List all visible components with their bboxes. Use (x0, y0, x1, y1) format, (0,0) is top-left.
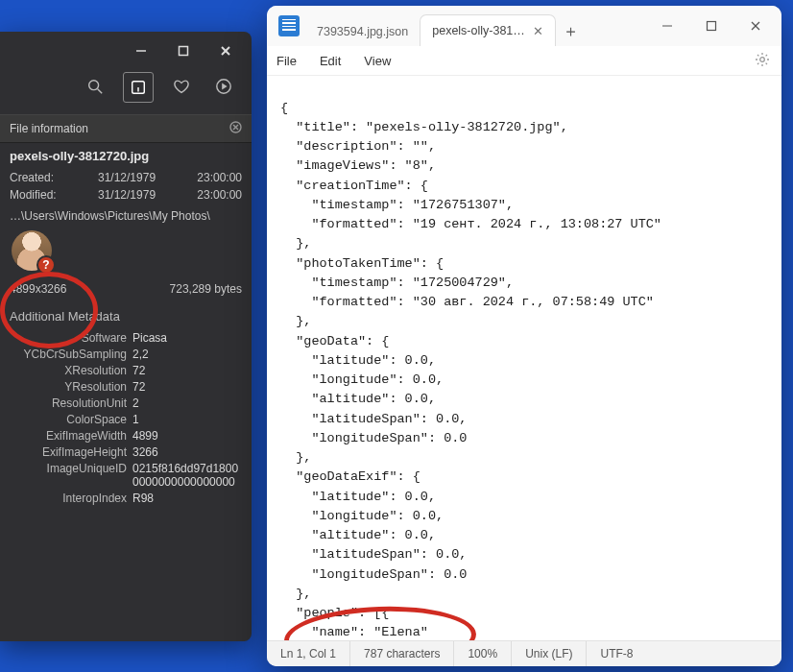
gear-icon[interactable] (755, 52, 770, 70)
metadata-value: Picasa (132, 331, 167, 345)
metadata-row: YCbCrSubSampling2,2 (0, 346, 252, 362)
metadata-row: ExifImageHeight3266 (0, 444, 252, 460)
editor-minimize-button[interactable] (645, 6, 689, 46)
notepad-icon (278, 15, 300, 36)
play-icon[interactable] (209, 72, 238, 101)
created-label: Created: (10, 171, 77, 184)
metadata-value: 4899 (132, 429, 158, 443)
viewer-titlebar (0, 32, 252, 70)
editor-titlebar[interactable]: 7393594.jpg.json pexels-olly-381… ✕ ＋ (267, 6, 781, 46)
editor-maximize-button[interactable] (689, 6, 733, 46)
metadata-row: ResolutionUnit2 (0, 395, 252, 411)
menu-edit[interactable]: Edit (320, 54, 341, 68)
status-encoding: UTF-8 (587, 641, 646, 666)
file-info-title: File information (10, 122, 88, 135)
svg-rect-1 (180, 47, 188, 56)
metadata-row: ExifImageWidth4899 (0, 427, 252, 444)
minimize-button[interactable] (123, 37, 159, 64)
tab-inactive[interactable]: 7393594.jpg.json (305, 16, 420, 47)
created-row: Created: 31/12/1979 23:00:00 (0, 169, 252, 186)
detected-face-thumbnail[interactable]: ? (12, 230, 52, 271)
editor-tabs: 7393594.jpg.json pexels-olly-381… ✕ ＋ (305, 6, 587, 46)
metadata-value: 1 (132, 413, 139, 426)
metadata-key: YCbCrSubSampling (10, 348, 132, 361)
status-position: Ln 1, Col 1 (267, 641, 350, 666)
created-date: 31/12/1979 (77, 171, 184, 184)
menu-view[interactable]: View (364, 54, 391, 68)
metadata-key: Software (10, 331, 132, 345)
tab-close-icon[interactable]: ✕ (533, 24, 543, 38)
metadata-value: 3266 (132, 445, 158, 459)
modified-time: 23:00:00 (184, 188, 242, 202)
file-size: 723,289 bytes (170, 282, 242, 296)
metadata-row: SoftwarePicasa (0, 329, 252, 346)
metadata-value: 72 (132, 380, 145, 394)
metadata-value: R98 (132, 492, 154, 505)
editor-menubar: File Edit View (267, 46, 781, 76)
maximize-button[interactable] (165, 37, 202, 64)
metadata-value: 0215f816dd97d18000000000000000000 (132, 462, 242, 489)
status-eol: Unix (LF) (512, 641, 587, 666)
metadata-row: ImageUniqueID0215f816dd97d18000000000000… (0, 460, 252, 490)
metadata-row: ColorSpace1 (0, 411, 252, 427)
metadata-value: 2,2 (132, 348, 149, 361)
metadata-value: 72 (132, 364, 145, 377)
modified-label: Modified: (10, 188, 77, 202)
tab-active-label: pexels-olly-381… (432, 24, 525, 37)
file-name: pexels-olly-3812720.jpg (0, 143, 252, 169)
additional-metadata-title: Additional Metadata (0, 301, 252, 329)
info-icon[interactable] (123, 72, 154, 103)
tab-inactive-label: 7393594.jpg.json (317, 25, 408, 38)
metadata-key: ColorSpace (10, 413, 132, 426)
text-editor-window: 7393594.jpg.json pexels-olly-381… ✕ ＋ Fi… (267, 6, 781, 666)
face-unknown-badge: ? (36, 255, 56, 275)
modified-row: Modified: 31/12/1979 23:00:00 (0, 186, 252, 204)
metadata-key: InteropIndex (10, 492, 132, 505)
image-dimensions: 4899x3266 (10, 282, 66, 296)
svg-marker-10 (222, 83, 227, 89)
metadata-key: ExifImageHeight (10, 445, 132, 459)
new-tab-button[interactable]: ＋ (556, 20, 587, 46)
heart-icon[interactable] (167, 72, 196, 101)
created-time: 23:00:00 (184, 171, 242, 184)
metadata-row: InteropIndexR98 (0, 490, 252, 506)
svg-point-4 (89, 81, 99, 90)
metadata-row: XResolution72 (0, 362, 252, 378)
image-size-row: 4899x3266 723,289 bytes (0, 276, 252, 301)
menu-file[interactable]: File (276, 54, 297, 68)
metadata-key: ResolutionUnit (10, 396, 132, 410)
metadata-value: 2 (132, 396, 139, 410)
metadata-key: XResolution (10, 364, 132, 377)
status-chars: 787 characters (350, 641, 454, 666)
editor-statusbar: Ln 1, Col 1 787 characters 100% Unix (LF… (267, 640, 781, 666)
metadata-key: YResolution (10, 380, 132, 394)
close-panel-icon[interactable] (229, 121, 242, 136)
metadata-key: ExifImageWidth (10, 429, 132, 443)
editor-body[interactable]: { "title": "pexels-olly-3812720.jpg", "d… (267, 76, 781, 640)
file-path: …\Users\Windows\Pictures\My Photos\ (0, 204, 252, 225)
metadata-list: SoftwarePicasaYCbCrSubSampling2,2XResolu… (0, 329, 252, 506)
tab-active[interactable]: pexels-olly-381… ✕ (420, 14, 556, 47)
svg-rect-15 (708, 22, 716, 31)
viewer-toolbar (0, 70, 252, 114)
close-button[interactable] (207, 37, 244, 64)
editor-close-button[interactable] (733, 6, 778, 46)
editor-window-buttons (645, 6, 778, 46)
svg-line-5 (98, 89, 103, 94)
search-icon[interactable] (81, 72, 109, 101)
file-info-header: File information (0, 114, 252, 143)
svg-point-18 (760, 57, 765, 61)
modified-date: 31/12/1979 (77, 188, 184, 202)
viewer-info-panel: File information pexels-olly-3812720.jpg… (0, 32, 252, 641)
metadata-row: YResolution72 (0, 378, 252, 395)
editor-text-content[interactable]: { "title": "pexels-olly-3812720.jpg", "d… (267, 89, 781, 641)
metadata-key: ImageUniqueID (10, 462, 132, 489)
status-zoom[interactable]: 100% (454, 641, 512, 666)
